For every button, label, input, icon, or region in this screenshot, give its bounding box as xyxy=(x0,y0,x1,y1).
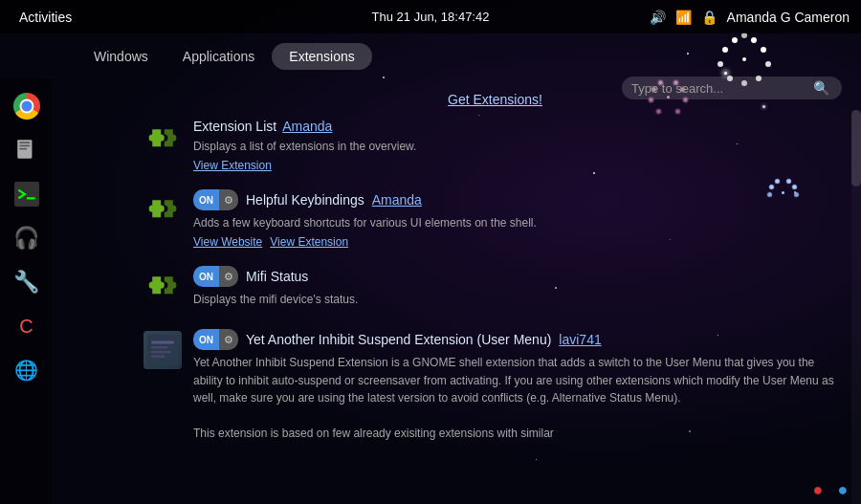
extension-item-4: ON ⚙ Yet Another Inhibit Suspend Extensi… xyxy=(144,329,847,443)
sidebar-item-globe[interactable]: 🌐 xyxy=(8,351,46,389)
svg-rect-3 xyxy=(19,148,27,150)
ext-icon-1 xyxy=(144,121,182,159)
svg-rect-1 xyxy=(19,142,30,143)
sidebar-item-chrome[interactable] xyxy=(8,87,46,125)
extension-item-2: ON ⚙ Helpful Keybindings Amanda Adds a f… xyxy=(144,189,847,249)
svg-rect-2 xyxy=(19,145,30,147)
ext-title-toggle-4: ON ⚙ Yet Another Inhibit Suspend Extensi… xyxy=(193,329,847,350)
puzzle-icon-3 xyxy=(145,270,180,304)
ext-image-4 xyxy=(144,331,182,369)
toggle-3[interactable]: ON ⚙ xyxy=(193,266,238,287)
toggle-2[interactable]: ON ⚙ xyxy=(193,189,238,210)
svg-rect-10 xyxy=(151,356,165,358)
scroll-thumb[interactable] xyxy=(851,110,861,186)
ext-view-link-1[interactable]: View Extension xyxy=(193,159,272,172)
volume-icon[interactable]: 🔊 xyxy=(650,10,666,25)
tab-applications[interactable]: Applications xyxy=(166,43,273,70)
files-icon xyxy=(14,138,39,163)
toggle-4[interactable]: ON ⚙ xyxy=(193,329,238,350)
activities-button[interactable]: Activities xyxy=(11,8,79,27)
ext-name-3: Mifi Status xyxy=(246,269,308,284)
scrollbar[interactable] xyxy=(851,110,861,504)
tray-icon-blue[interactable]: ● xyxy=(832,479,853,500)
user-name[interactable]: Amanda G Cameron xyxy=(727,10,850,25)
svg-rect-6 xyxy=(147,335,178,365)
svg-rect-8 xyxy=(151,346,168,348)
ext-title-toggle-3: ON ⚙ Mifi Status xyxy=(193,266,847,287)
topbar-right: 🔊 📶 🔒 Amanda G Cameron xyxy=(650,10,850,25)
extensions-panel[interactable]: Get Extensions! Extension List Amanda Di… xyxy=(53,79,861,504)
clock: Thu 21 Jun, 18:47:42 xyxy=(372,10,490,24)
toggle-on-2: ON xyxy=(193,189,219,210)
puzzle-icon-1 xyxy=(145,122,180,157)
ext-title-row-1: Extension List Amanda xyxy=(193,119,847,134)
toggle-settings-3[interactable]: ⚙ xyxy=(219,266,238,287)
ext-name-4: Yet Another Inhibit Suspend Extension (U… xyxy=(246,332,551,347)
tray-icon-red[interactable]: ● xyxy=(807,479,828,500)
ext-desc-3: Displays the mifi device's status. xyxy=(193,291,847,308)
ext-desc-1: Displays a list of extensions in the ove… xyxy=(193,138,847,155)
svg-rect-7 xyxy=(151,340,174,343)
ext-author-4[interactable]: lavi741 xyxy=(559,332,601,347)
ext-icon-3 xyxy=(144,268,182,306)
extension-item-3: ON ⚙ Mifi Status Displays the mifi devic… xyxy=(144,266,847,312)
main-content: Windows Applications Extensions 🔍 🎧 🔧 C … xyxy=(0,33,861,504)
bottom-tray: ● ● xyxy=(800,475,861,504)
ext-desc-2: Adds a few keyboard shortcuts for variou… xyxy=(193,214,847,231)
ext-name-1: Extension List xyxy=(193,119,276,134)
puzzle-icon-2 xyxy=(145,193,180,228)
ext-view-extension-2[interactable]: View Extension xyxy=(270,235,348,249)
ext-title-toggle-2: ON ⚙ Helpful Keybindings Amanda xyxy=(193,189,847,210)
ext-content-1: Extension List Amanda Displays a list of… xyxy=(193,119,847,172)
ext-links-2: View Website View Extension xyxy=(193,235,847,249)
search-input[interactable] xyxy=(631,81,813,96)
ext-links-1: View Extension xyxy=(193,159,847,172)
toggle-settings-4[interactable]: ⚙ xyxy=(219,329,238,350)
extension-item-1: Extension List Amanda Displays a list of… xyxy=(144,119,847,172)
ext-name-2: Helpful Keybindings xyxy=(246,192,364,208)
ext-author-1[interactable]: Amanda xyxy=(282,119,332,134)
svg-rect-4 xyxy=(14,182,39,207)
tabbar: Windows Applications Extensions xyxy=(0,33,861,79)
wifi-icon[interactable]: 📶 xyxy=(675,10,692,25)
toggle-on-4: ON xyxy=(193,329,219,350)
toggle-settings-2[interactable]: ⚙ xyxy=(219,189,238,210)
search-button[interactable]: 🔍 xyxy=(813,80,829,96)
search-box: 🔍 xyxy=(622,77,842,99)
topbar: Activities Thu 21 Jun, 18:47:42 🔊 📶 🔒 Am… xyxy=(0,0,861,33)
sidebar-item-chat[interactable]: C xyxy=(8,307,46,345)
ext-author-2[interactable]: Amanda xyxy=(372,192,422,208)
ext-content-2: ON ⚙ Helpful Keybindings Amanda Adds a f… xyxy=(193,189,847,249)
ext-content-4: ON ⚙ Yet Another Inhibit Suspend Extensi… xyxy=(193,329,847,443)
toggle-on-3: ON xyxy=(193,266,219,287)
content-area: 🎧 🔧 C 🌐 Get Extensions! Extension Li xyxy=(0,79,861,504)
tab-windows[interactable]: Windows xyxy=(77,43,166,70)
sidebar-item-terminal[interactable] xyxy=(8,175,46,213)
sidebar-item-headphones[interactable]: 🎧 xyxy=(8,219,46,257)
ext-icon-2 xyxy=(144,191,182,230)
chrome-icon xyxy=(13,93,40,120)
ext-view-website-2[interactable]: View Website xyxy=(193,235,262,249)
svg-rect-9 xyxy=(151,351,171,353)
sidebar-item-tools[interactable]: 🔧 xyxy=(8,263,46,301)
sidebar-item-files[interactable] xyxy=(8,131,46,169)
terminal-icon xyxy=(14,182,39,207)
tab-extensions[interactable]: Extensions xyxy=(272,43,371,70)
sidebar: 🎧 🔧 C 🌐 xyxy=(0,79,53,504)
ext-thumbnail-icon xyxy=(147,335,178,365)
lock-icon[interactable]: 🔒 xyxy=(701,10,718,25)
ext-content-3: ON ⚙ Mifi Status Displays the mifi devic… xyxy=(193,266,847,312)
ext-long-desc-4: Yet Another Inhibit Suspend Extension is… xyxy=(193,354,847,443)
